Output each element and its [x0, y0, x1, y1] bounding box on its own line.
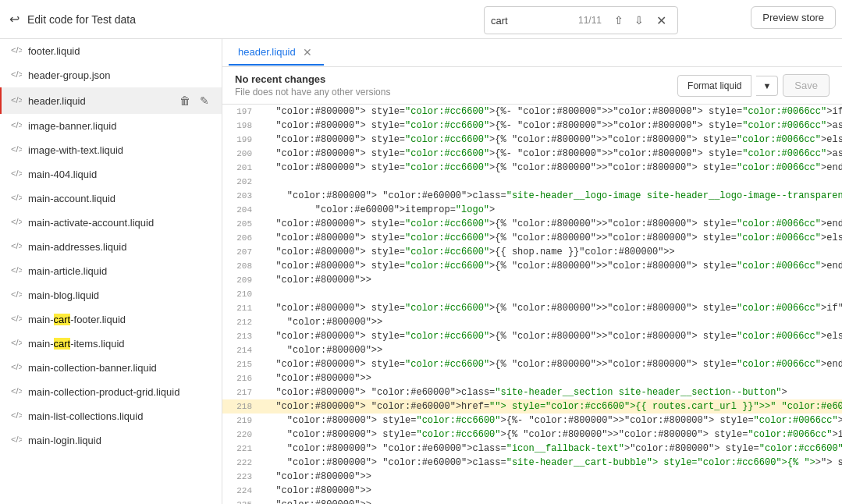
code-content: 197 "color:#800000"> style="color:#cc660…	[222, 105, 842, 504]
code-line: 209 "color:#800000">>	[222, 273, 842, 287]
code-line: 210	[222, 287, 842, 301]
code-line: 213 "color:#800000"> style="color:#cc660…	[222, 329, 842, 343]
sidebar-item-label: main-login.liquid	[28, 435, 212, 446]
code-line: 208 "color:#800000"> style="color:#cc660…	[222, 259, 842, 273]
line-number: 202	[222, 175, 261, 189]
line-code: "color:#800000">>	[261, 470, 842, 484]
svg-text:</>: </>	[11, 120, 22, 130]
svg-text:</>: </>	[11, 410, 22, 420]
rename-file-button[interactable]: ✎	[197, 93, 212, 108]
line-number: 211	[222, 301, 261, 315]
line-code: "color:#800000"> style="color:#cc6600">{…	[261, 245, 842, 259]
sidebar-item-main-collection-product-grid-liquid[interactable]: </>main-collection-product-grid.liquid	[0, 380, 222, 404]
line-number: 221	[222, 442, 261, 456]
sidebar-item-label: main-list-collections.liquid	[28, 410, 212, 422]
line-number: 197	[222, 105, 261, 119]
sidebar-item-main-404-liquid[interactable]: </>main-404.liquid	[0, 162, 222, 186]
file-icon: </>	[11, 216, 22, 229]
tab-close-button[interactable]: ✕	[300, 45, 314, 59]
sidebar-item-main-collection-banner-liquid[interactable]: </>main-collection-banner.liquid	[0, 356, 222, 380]
file-icon: </>	[11, 192, 22, 205]
line-number: 203	[222, 189, 261, 203]
line-code: "color:#800000"> style="color:#cc6600">{…	[261, 428, 842, 442]
line-code: "color:#800000"> style="color:#cc6600">{…	[261, 301, 842, 315]
sidebar-item-main-blog-liquid[interactable]: </>main-blog.liquid	[0, 283, 222, 307]
line-code: "color:#800000"> "color:#e60000">class="…	[261, 189, 842, 203]
code-line: 225 "color:#800000">>	[222, 498, 842, 504]
sidebar-item-label: main-collection-product-grid.liquid	[28, 386, 212, 398]
back-icon[interactable]: ↩	[9, 12, 20, 27]
sidebar-item-main-article-liquid[interactable]: </>main-article.liquid	[0, 259, 222, 283]
line-code: "color:#e60000">itemprop="logo">	[261, 203, 842, 217]
line-number: 201	[222, 161, 261, 175]
sidebar-item-image-banner-liquid[interactable]: </>image-banner.liquid	[0, 114, 222, 138]
line-number: 199	[222, 133, 261, 147]
code-line: 218 "color:#800000"> "color:#e60000">hre…	[222, 399, 842, 413]
line-code: "color:#800000"> style="color:#cc6600">{…	[261, 147, 842, 161]
sidebar-item-footer-liquid[interactable]: </>footer.liquid	[0, 39, 222, 63]
line-code: "color:#800000"> style="color:#cc6600">{…	[261, 357, 842, 371]
file-status: No recent changes	[235, 73, 390, 85]
sidebar-item-image-with-text-liquid[interactable]: </>image-with-text.liquid	[0, 138, 222, 162]
line-number: 208	[222, 259, 261, 273]
line-code: "color:#800000"> "color:#e60000">class="…	[261, 456, 842, 470]
line-number: 209	[222, 273, 261, 287]
line-code: "color:#800000">>	[261, 343, 842, 357]
code-line: 200 "color:#800000"> style="color:#cc660…	[222, 147, 842, 161]
file-info-bar: No recent changes File does not have any…	[222, 67, 842, 105]
code-line: 222 "color:#800000"> "color:#e60000">cla…	[222, 456, 842, 470]
sidebar-item-label: main-activate-account.liquid	[28, 217, 212, 229]
sidebar-item-header-group-json[interactable]: </>header-group.json	[0, 63, 222, 87]
line-number: 204	[222, 203, 261, 217]
line-number: 198	[222, 119, 261, 133]
sidebar-item-label: main-article.liquid	[28, 265, 212, 277]
line-number: 212	[222, 315, 261, 329]
file-icon: </>	[11, 434, 22, 447]
code-line: 198 "color:#800000"> style="color:#cc660…	[222, 119, 842, 133]
line-code: "color:#800000"> style="color:#cc6600">{…	[261, 231, 842, 245]
line-code: "color:#800000"> style="color:#cc6600">{…	[261, 217, 842, 231]
sidebar-item-main-login-liquid[interactable]: </>main-login.liquid	[0, 428, 222, 453]
sidebar-item-main-list-collections-liquid[interactable]: </>main-list-collections.liquid	[0, 404, 222, 428]
code-line: 199 "color:#800000"> style="color:#cc660…	[222, 133, 842, 147]
delete-file-button[interactable]: 🗑	[176, 93, 194, 108]
sidebar-item-main-activate-account-liquid[interactable]: </>main-activate-account.liquid	[0, 211, 222, 235]
sidebar-item-main-addresses-liquid[interactable]: </>main-addresses.liquid	[0, 235, 222, 259]
svg-text:</>: </>	[11, 435, 22, 444]
sidebar-item-header-liquid[interactable]: </>header.liquid🗑✎	[0, 87, 222, 114]
search-bar: 11/11 ⇧ ⇩ ✕	[484, 6, 678, 34]
line-code: "color:#800000"> "color:#e60000">href=""…	[261, 399, 842, 413]
sidebar-item-main-account-liquid[interactable]: </>main-account.liquid	[0, 186, 222, 211]
svg-text:</>: </>	[11, 169, 22, 178]
line-number: 215	[222, 357, 261, 371]
code-editor[interactable]: 197 "color:#800000"> style="color:#cc660…	[222, 105, 842, 504]
sidebar-item-label: footer.liquid	[28, 45, 212, 57]
main-area: </>footer.liquid</>header-group.json</>h…	[0, 39, 842, 504]
code-line: 224 "color:#800000">>	[222, 484, 842, 498]
file-icon: </>	[11, 313, 22, 326]
search-next-button[interactable]: ⇩	[631, 12, 647, 28]
code-line: 205 "color:#800000"> style="color:#cc660…	[222, 217, 842, 231]
search-close-button[interactable]: ✕	[652, 12, 671, 30]
file-icon: </>	[11, 264, 22, 278]
file-icon: </>	[11, 119, 22, 133]
search-input[interactable]	[491, 15, 569, 27]
format-dropdown-button[interactable]: ▼	[756, 76, 778, 96]
line-code: "color:#800000"> style="color:#cc6600">{…	[261, 119, 842, 133]
sidebar-item-main-cart-footer-liquid[interactable]: </>main-cart-footer.liquid	[0, 307, 222, 332]
svg-text:</>: </>	[11, 95, 22, 105]
format-liquid-button[interactable]: Format liquid	[677, 75, 751, 97]
line-number: 217	[222, 385, 261, 399]
sidebar-item-label: main-404.liquid	[28, 169, 212, 180]
save-button[interactable]: Save	[783, 74, 830, 97]
top-bar: ↩ Edit code for Test data ···	[0, 0, 842, 39]
search-prev-button[interactable]: ⇧	[611, 12, 627, 28]
tab-header-liquid[interactable]: header.liquid ✕	[229, 41, 324, 66]
sidebar-item-main-cart-items-liquid[interactable]: </>main-cart-items.liquid	[0, 332, 222, 356]
svg-text:</>: </>	[11, 289, 22, 299]
line-code: "color:#800000">>	[261, 315, 842, 329]
line-code: "color:#800000"> "color:#e60000">class="…	[261, 385, 842, 399]
sidebar-item-label: main-account.liquid	[28, 193, 212, 204]
file-icon: </>	[11, 361, 22, 374]
preview-store-button[interactable]: Preview store	[751, 6, 836, 29]
